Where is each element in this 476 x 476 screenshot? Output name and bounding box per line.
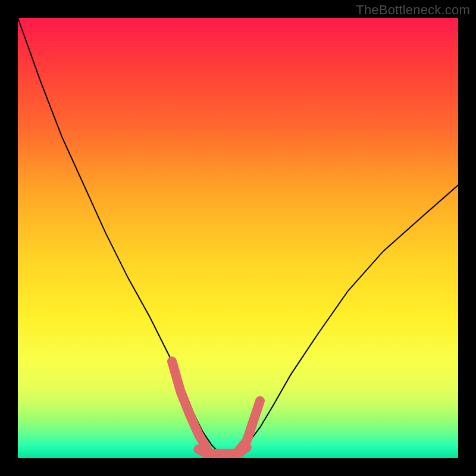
watermark-text: TheBottleneck.com bbox=[356, 2, 470, 18]
curve-right-path bbox=[238, 185, 458, 453]
highlight-right-path bbox=[238, 401, 260, 452]
plot-area bbox=[18, 18, 458, 458]
chart-frame: TheBottleneck.com bbox=[0, 0, 476, 476]
curve-left-path bbox=[18, 18, 220, 454]
highlight-left-path bbox=[172, 361, 207, 449]
chart-svg bbox=[18, 18, 458, 458]
